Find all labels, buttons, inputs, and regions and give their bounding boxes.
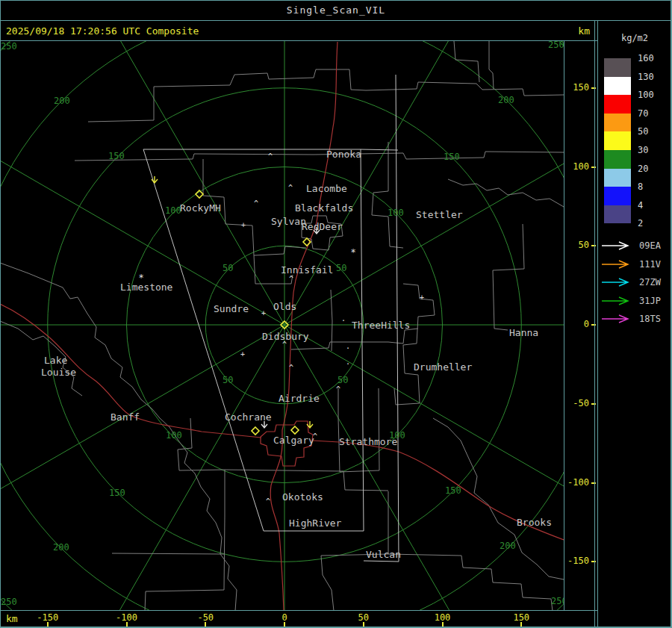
point-marker-icon: +	[261, 309, 266, 317]
range-ring-label: 200	[498, 95, 514, 105]
colorbar-value-label: 8	[638, 181, 668, 192]
frame-top	[0, 0, 672, 1]
frame-legend-left-inner	[597, 21, 598, 628]
city-label: Sundre	[214, 303, 249, 314]
right-axis-tick-mark	[591, 324, 596, 326]
bottom-axis-tick-label: 50	[347, 612, 380, 623]
frame-title-bottom	[0, 20, 672, 21]
point-marker-icon: ^	[268, 152, 273, 161]
frame-legend-left-outer	[594, 21, 595, 628]
range-ring-label: 100	[165, 205, 181, 216]
point-marker-icon: ^	[336, 385, 340, 394]
scan-coverage-outline	[364, 75, 399, 562]
colorbar-unit-label: kg/m2	[597, 33, 672, 43]
track-arrow-icon	[600, 241, 635, 250]
range-ring-label: 100	[388, 208, 404, 218]
frame-left	[0, 0, 1, 628]
range-ring-label: 150	[444, 152, 460, 162]
window-title: Single_Scan_VIL	[287, 4, 385, 16]
colorbar-swatch	[604, 58, 631, 77]
point-marker-icon: ^	[313, 432, 317, 441]
city-label: Vulcan	[366, 549, 401, 560]
colorbar-value-label: 50	[638, 126, 668, 137]
city-label: ThreeHills	[352, 320, 410, 331]
city-label: Ponoka	[326, 149, 361, 160]
right-axis-tick-label: 150	[564, 82, 589, 93]
point-marker-icon: +	[240, 350, 245, 358]
county-boundary	[88, 69, 349, 122]
right-axis-tick-mark	[591, 167, 596, 168]
title-bar: Single_Scan_VIL	[0, 0, 672, 20]
city-label: Louise	[41, 367, 76, 378]
range-ring-label: 200	[53, 542, 69, 553]
track-legend-row: 31JP	[600, 293, 635, 309]
track-legend-row: 27ZW	[600, 274, 635, 290]
point-marker-icon: ^	[289, 364, 293, 372]
right-axis-tick-label: -100	[564, 477, 589, 488]
right-axis-tick-mark	[591, 561, 596, 562]
track-arrow-icon	[600, 260, 635, 269]
city-label: Lacombe	[306, 183, 347, 194]
city-label: Banff	[111, 411, 140, 423]
city-label: HighRiver	[289, 517, 342, 529]
colorbar-value-label: 4	[638, 200, 668, 211]
bottom-axis-tick-label: 0	[268, 612, 301, 623]
city-label: RockyMH	[180, 202, 221, 214]
point-marker-icon: ^	[266, 497, 270, 506]
city-label: Okotoks	[282, 491, 323, 503]
range-radial	[284, 325, 564, 534]
point-marker-icon: .	[346, 342, 350, 350]
frame-datebar-bottom	[0, 40, 597, 41]
city-label: RedDeer	[302, 221, 343, 232]
city-label: Sylvan	[271, 216, 306, 227]
county-boundary	[338, 388, 379, 472]
colorbar-swatch	[604, 77, 631, 96]
point-marker-icon: ^	[282, 341, 287, 349]
bottom-axis: km -150-100-50050100150	[0, 611, 597, 628]
range-radial	[75, 41, 284, 325]
colorbar-value-label: 70	[638, 108, 668, 119]
city-label: Strathmore	[339, 436, 397, 447]
county-boundary	[349, 69, 564, 96]
city-label: Brooks	[517, 517, 552, 528]
city-label: Innisfail	[281, 264, 333, 276]
right-axis-tick-label: 100	[564, 161, 589, 172]
bottom-axis-unit-label: km	[6, 613, 18, 624]
range-ring-label: 250	[551, 596, 564, 606]
range-ring-label: 150	[445, 485, 461, 496]
colorbar-value-label: 30	[638, 145, 668, 155]
county-boundary	[388, 554, 553, 611]
point-marker-icon: +	[420, 293, 424, 302]
track-legend-row: 111V	[600, 256, 635, 273]
track-arrow-icon	[600, 314, 635, 323]
track-legend-row: 18TS	[600, 311, 635, 327]
city-label: Olds	[273, 301, 296, 312]
county-boundary	[75, 152, 564, 161]
range-radial	[0, 116, 284, 325]
city-label: Hanna	[509, 327, 538, 338]
frame-map-right	[564, 41, 564, 611]
county-boundary	[493, 224, 524, 330]
bottom-axis-tick-label: 150	[505, 612, 538, 623]
colorbar-swatch	[604, 95, 631, 114]
point-marker-icon: *	[138, 273, 143, 283]
point-marker-icon: ^	[289, 275, 293, 283]
point-marker-icon: *	[350, 247, 355, 258]
city-label: Stettler	[416, 209, 463, 220]
county-boundary	[291, 329, 418, 349]
county-boundary	[112, 470, 225, 611]
city-label: Lake	[44, 355, 67, 366]
city-label: Calgary	[273, 435, 314, 446]
county-boundary	[448, 179, 564, 207]
right-axis: 150100500-50-100-150	[564, 41, 597, 611]
range-ring-label: 150	[109, 488, 125, 498]
radar-map-canvas[interactable]: 5050505010010010010015015015015020020020…	[0, 41, 564, 611]
track-id-label: 09EA	[639, 240, 661, 251]
county-boundary	[394, 284, 435, 405]
radar-viewer-window: Single_Scan_VIL 2025/09/18 17:20:56 UTC …	[0, 0, 672, 628]
timestamp-label: 2025/09/18 17:20:56 UTC Composite	[6, 25, 199, 37]
range-radial	[75, 325, 284, 611]
range-ring-label: 250	[548, 41, 564, 50]
colorbar-swatch	[604, 150, 631, 169]
right-axis-tick-mark	[591, 87, 596, 89]
